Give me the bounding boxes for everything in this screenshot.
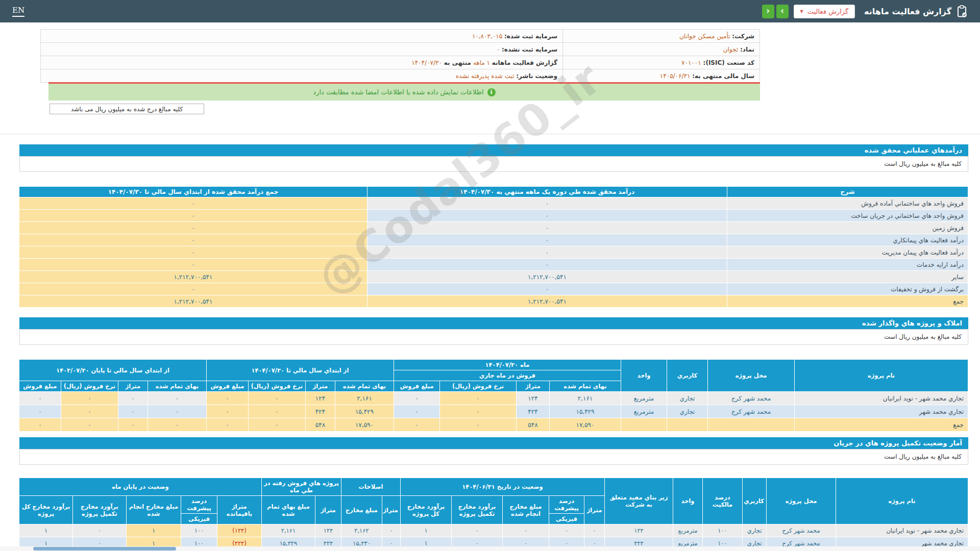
col-cumulative-revenue: جمع درآمد محقق شده از ابتداي سال مالي تا… xyxy=(19,187,368,197)
col-cost: بهای تمام شده xyxy=(148,381,206,392)
table-cell: ۱ xyxy=(19,524,72,537)
table-cell: ۱۲۴ xyxy=(305,392,335,405)
table-row: درآمد ارايه خدمات۰۰ xyxy=(19,259,968,271)
table-cell: ۰ xyxy=(248,392,305,405)
table-cell: فروش واحد هاي ساختماني آماده فروش xyxy=(727,197,968,210)
col-cost: بهای تمام شده xyxy=(550,381,621,392)
publisher-status-label: وضعیت ناشر: xyxy=(516,72,557,80)
table-cell: ۰ xyxy=(61,418,118,432)
symbol-label: نماد: xyxy=(740,46,754,53)
table-cell: فروش واحد هاي ساختماني در جريان ساخت xyxy=(727,210,968,222)
fiscal-year-label: سال مالی منتهی به: xyxy=(692,72,754,80)
group-current-month: ماه ۱۴۰۴/۰۷/۳۰ xyxy=(394,360,621,370)
col-area: متراژ xyxy=(382,496,400,524)
table-cell: ۰ xyxy=(19,197,368,210)
table-cell: ۰ xyxy=(19,283,368,295)
table-cell: ۱۵,۴۲۹ xyxy=(550,405,621,418)
col-description: شرح xyxy=(727,187,968,197)
fiscal-year-cell: سال مالی منتهی به: ۱۴۰۵/۰۶/۳۱ xyxy=(563,69,760,83)
col-estimated-remaining-cost: برآورد مخارج تکمیل پروژه xyxy=(452,496,503,524)
table-cell: ۱۵,۴۲۹ xyxy=(335,405,394,418)
report-period-label: گزارش فعالیت ماهانه xyxy=(492,59,557,66)
table-cell: درآمد ارايه خدمات xyxy=(727,259,968,271)
symbol-value: ثجوان xyxy=(723,46,738,53)
table-cell: ۰ xyxy=(368,234,727,246)
next-report-button[interactable]: › xyxy=(776,5,789,18)
table-cell: ۴۲۴ xyxy=(305,405,335,418)
report-period-mid: منتهی به xyxy=(444,59,471,66)
table-cell: ۰ xyxy=(394,392,439,405)
section3-unit-note: کلیه مبالغ به میلیون ریال است xyxy=(19,449,968,465)
table-cell: ۰ xyxy=(394,405,439,418)
col-progress-percent: درصد پیشرفت xyxy=(549,496,584,514)
table-cell: ۱۰۰ xyxy=(181,524,217,537)
col-rate: نرخ فروش (ریال) xyxy=(248,381,305,392)
table-cell xyxy=(621,418,667,432)
col-project-name: نام پروژه xyxy=(795,360,968,392)
table-cell: ۰ xyxy=(368,210,727,222)
table-cell: ۲,۱۶۱ xyxy=(335,392,394,405)
col-month-revenue: درآمد محقق شده طي دوره يک ماهه منتهي به … xyxy=(368,187,727,197)
chevron-down-icon: ▼ xyxy=(800,9,803,14)
table-cell: تجاري xyxy=(667,392,708,405)
table-cell: مترمربع xyxy=(621,405,667,418)
group-end-of-month-status: وضعیت در پایان ماه xyxy=(19,478,261,496)
table-cell: ۰ xyxy=(118,392,148,405)
registered-capital-label: سرمایه ثبت شده: xyxy=(504,33,557,40)
table-cell: ۰ xyxy=(72,524,126,537)
col-rate: نرخ فروش (ریال) xyxy=(61,381,118,392)
table-cell: ۱,۲۱۲,۷۰۰,۵۴۱ xyxy=(368,295,727,308)
col-usage: کاربري xyxy=(667,360,708,392)
table-header: نام پروژه محل پروژه کاربري درصد مالکیت و… xyxy=(19,478,968,524)
col-sold-cost: مبلغ بهاي تمام شده xyxy=(261,496,315,524)
table-cell: ۱ xyxy=(400,524,451,537)
table-cell xyxy=(708,418,795,432)
section-header-transferred-projects: املاک و پروژه هاي واگذار شده xyxy=(19,317,968,329)
table-cell: ۰ xyxy=(440,392,517,405)
signature-match-text: اطلاعات نمایش داده شده با اطلاعات امضا ش… xyxy=(313,88,483,96)
table-cell: ۰ xyxy=(440,405,517,418)
section1-unit-note: کلیه مبالغ به میلیون ریال است xyxy=(19,156,968,172)
table-cell: محمد شهر کرج xyxy=(708,392,795,405)
col-amount: مبلغ فروش xyxy=(206,381,248,392)
table-row: تجاري محمد شهر - نوید ایرانیانمحمد شهر ک… xyxy=(19,524,968,537)
language-toggle-en[interactable]: EN xyxy=(12,6,24,17)
report-type-dropdown[interactable]: گزارش فعالیت ▼ xyxy=(794,5,855,18)
table-cell: ۰ xyxy=(248,405,305,418)
col-estimated-total-cost: برآورد مخارج کل پروژه xyxy=(400,496,451,524)
col-estimated-remaining-cost: برآورد مخارج تکمیل پروژه xyxy=(72,496,126,524)
previous-report-button[interactable]: ‹ xyxy=(762,5,774,18)
section2-unit-note: کلیه مبالغ به میلیون ریال است xyxy=(19,329,968,345)
report-content: درآمدهاي عملياتي محقق شده کلیه مبالغ به … xyxy=(19,144,968,551)
table-cell: ۱۲۴ xyxy=(517,392,550,405)
company-info-panel: شرکت: تأمین مسکن جوانان سرمایه ثبت شده: … xyxy=(41,29,760,83)
table-row: تجاري محمد شهر - نوید ایرانیانمحمد شهر ک… xyxy=(19,392,968,405)
table-cell: ۰ xyxy=(61,405,118,418)
registered-capital-value: ۱۰,۸۰۳,۰۱۵ xyxy=(472,33,502,40)
horizontal-scrollbar[interactable] xyxy=(0,546,980,551)
table-cell: جمع xyxy=(795,418,968,432)
table-cell: ۰ xyxy=(19,405,61,418)
table-cell: ۰ xyxy=(19,259,368,271)
report-type-label: گزارش فعالیت xyxy=(807,8,848,15)
table-cell: (۱۲۴) xyxy=(217,524,261,537)
report-period-date: ۱۴۰۴/۰۷/۳۰ xyxy=(411,59,442,66)
info-icon: i xyxy=(487,88,496,96)
col-area: متراژ xyxy=(315,496,341,524)
table-cell: ۰ xyxy=(148,392,206,405)
table-cell: فروش زمين xyxy=(727,222,968,234)
table-cell: ۰ xyxy=(440,418,517,432)
table-cell: تجاري محمد شهر xyxy=(795,405,968,418)
table-cell: ۰ xyxy=(549,524,584,537)
transferred-projects-table: نام پروژه محل پروژه کاربري واحد ماه ۱۴۰۴… xyxy=(19,359,968,432)
table-row: شرکت: تأمین مسکن جوانان سرمایه ثبت شده: … xyxy=(41,30,760,43)
table-cell: ۰ xyxy=(368,259,727,271)
table-row: درآمد فعاليت هاي پيمان مديريت۰۰ xyxy=(19,246,968,259)
table-cell: ۱,۲۱۲,۷۰۰,۵۴۱ xyxy=(368,271,727,283)
fiscal-year-value: ۱۴۰۵/۰۶/۳۱ xyxy=(660,72,691,80)
operating-revenue-table: شرح درآمد محقق شده طي دوره يک ماهه منتهي… xyxy=(19,186,968,308)
table-row: فروش زمين۰۰ xyxy=(19,222,968,234)
horizontal-scrollbar-thumb[interactable] xyxy=(33,547,176,550)
amounts-unit-note: کلیه مبالغ درج شده به میلیون ریال می باش… xyxy=(50,104,204,114)
col-amount: مبلغ فروش xyxy=(19,381,61,392)
